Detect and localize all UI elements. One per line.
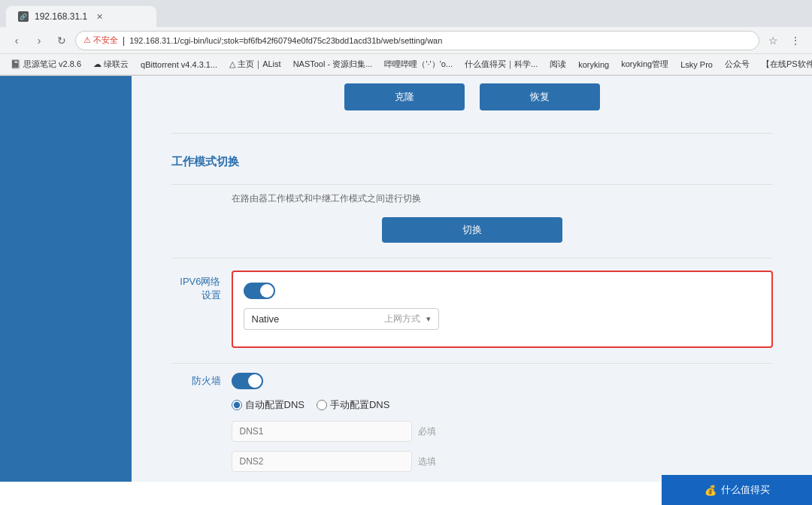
firewall-row: 防火墙	[171, 373, 773, 389]
bookmark-5[interactable]: 哔哩哔哩（'·'）'o...	[380, 57, 457, 71]
bookmark-12[interactable]: 【在线PS软件】在...	[757, 57, 812, 71]
url-display: 192.168.31.1/cgi-bin/luci/;stok=bf6fb42f…	[129, 36, 442, 45]
ipv6-wan-type-select[interactable]: Native 上网方式 ▾	[244, 308, 439, 330]
bookmark-4[interactable]: NASTool - 资源归集...	[289, 57, 377, 71]
dns-radio-row: 自动配置DNS 手动配置DNS	[232, 398, 773, 412]
dns-auto-radio[interactable]: 自动配置DNS	[232, 398, 304, 412]
bookmark-10[interactable]: Lsky Pro	[676, 59, 717, 71]
divider-2	[171, 184, 773, 185]
bookmark-8[interactable]: koryking	[574, 59, 614, 71]
dns-auto-label: 自动配置DNS	[245, 398, 304, 412]
firewall-label: 防火墙	[171, 374, 232, 388]
work-mode-desc: 在路由器工作模式和中继工作模式之间进行切换	[232, 192, 773, 205]
ipv6-dropdown-value: Native	[252, 313, 384, 325]
switch-button[interactable]: 切换	[382, 217, 562, 243]
browser-chrome: 🔗 192.168.31.1 ✕ ‹ › ↻ ⚠ 不安全 | 192.168.3…	[0, 0, 812, 76]
footer-bar: 💰 什么值得买	[662, 475, 812, 505]
top-actions: 克隆 恢复	[171, 76, 773, 125]
work-mode-section-title: 工作模式切换	[171, 141, 773, 177]
ipv6-dropdown-tag: 上网方式	[384, 313, 420, 325]
ipv6-label: IPV6网络设置	[171, 266, 232, 302]
ipv6-toggle-knob	[260, 284, 274, 298]
firewall-toggle-container	[232, 373, 773, 389]
dns2-hint: 选填	[418, 455, 436, 468]
nav-bar: ‹ › ↻ ⚠ 不安全 | 192.168.31.1/cgi-bin/luci/…	[0, 27, 812, 54]
page-content: 克隆 恢复 工作模式切换 在路由器工作模式和中继工作模式之间进行切换 切换 IP…	[0, 76, 812, 482]
sidebar	[0, 76, 132, 482]
forward-btn[interactable]: ›	[30, 32, 48, 50]
backup-button[interactable]: 恢复	[480, 83, 600, 110]
bookmark-3[interactable]: △ 主页｜AList	[225, 57, 285, 71]
bookmark-9[interactable]: koryking管理	[617, 57, 673, 71]
not-secure-label: ⚠ 不安全	[83, 35, 118, 46]
bookmark-btn[interactable]: ☆	[764, 32, 782, 50]
firewall-toggle[interactable]	[232, 373, 263, 389]
footer-label: 什么值得买	[721, 483, 770, 497]
dns2-input[interactable]	[232, 451, 412, 472]
divider-3	[171, 258, 773, 259]
chevron-down-icon: ▾	[426, 314, 431, 324]
dns-radio-group: 自动配置DNS 手动配置DNS	[232, 398, 390, 412]
dns1-row: 必填	[232, 421, 773, 442]
bookmarks-bar: 📓 思源笔记 v2.8.6 ☁ 绿联云 qBittorrent v4.4.3.1…	[0, 54, 812, 75]
ipv6-toggle-row	[244, 283, 761, 299]
tab-close-btn[interactable]: ✕	[93, 11, 105, 23]
dns2-row: 选填	[232, 451, 773, 472]
top-action-pair: 克隆 恢复	[344, 83, 600, 110]
dns1-input[interactable]	[232, 421, 412, 442]
tab-favicon: 🔗	[18, 11, 29, 22]
divider-1	[171, 133, 773, 134]
divider-4	[171, 363, 773, 364]
tab-title: 192.168.31.1	[35, 11, 87, 22]
dns-manual-radio[interactable]: 手动配置DNS	[317, 398, 389, 412]
firewall-toggle-knob	[248, 374, 262, 388]
back-btn[interactable]: ‹	[8, 32, 26, 50]
dns-manual-label: 手动配置DNS	[330, 398, 389, 412]
reload-btn[interactable]: ↻	[53, 32, 71, 50]
ipv6-dropdown-row: Native 上网方式 ▾	[244, 308, 761, 330]
bookmark-11[interactable]: 公众号	[720, 57, 754, 71]
bookmark-7[interactable]: 阅读	[545, 57, 571, 71]
restore-button[interactable]: 克隆	[344, 83, 465, 110]
main-area: 克隆 恢复 工作模式切换 在路由器工作模式和中继工作模式之间进行切换 切换 IP…	[132, 76, 812, 482]
active-tab[interactable]: 🔗 192.168.31.1 ✕	[6, 6, 156, 27]
bookmark-2[interactable]: qBittorrent v4.4.3.1...	[136, 59, 222, 71]
page-wrapper: 克隆 恢复 工作模式切换 在路由器工作模式和中继工作模式之间进行切换 切换 IP…	[171, 76, 773, 482]
address-bar[interactable]: ⚠ 不安全 | 192.168.31.1/cgi-bin/luci/;stok=…	[75, 31, 759, 50]
ipv6-highlight-box: Native 上网方式 ▾	[232, 271, 773, 348]
dns1-hint: 必填	[418, 425, 436, 438]
footer-icon: 💰	[704, 485, 717, 496]
bookmark-1[interactable]: ☁ 绿联云	[89, 57, 133, 71]
bookmark-6[interactable]: 什么值得买｜科学...	[460, 57, 542, 71]
tab-bar: 🔗 192.168.31.1 ✕	[0, 0, 812, 27]
bookmark-0[interactable]: 📓 思源笔记 v2.8.6	[6, 57, 86, 71]
menu-btn[interactable]: ⋮	[786, 32, 804, 50]
ipv6-toggle[interactable]	[244, 283, 275, 299]
